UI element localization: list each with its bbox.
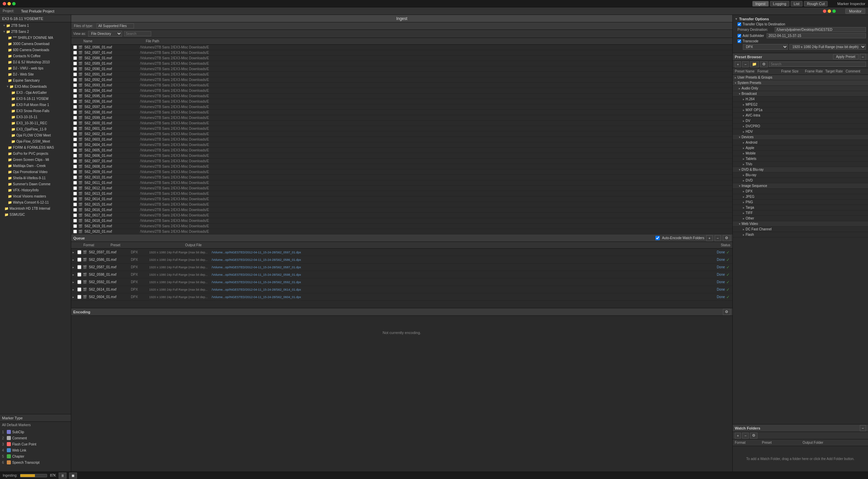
file-row[interactable]: 🎬S62_0618_01.mxf/Volumes/2TB Sans 2/EX3-…: [71, 218, 732, 224]
file-row[interactable]: 🎬S62_0606_01.mxf/Volumes/2TB Sans 2/EX3-…: [71, 153, 732, 159]
queue-settings-button[interactable]: ⚙: [723, 235, 730, 241]
tree-item[interactable]: 📁EX3 Full Moon Rise 1: [0, 102, 71, 108]
file-row[interactable]: 🎬S62_0612_01.mxf/Volumes/2TB Sans 2/EX3-…: [71, 186, 732, 191]
tree-item[interactable]: 📁EX3 6-18-11 YOSEM: [0, 96, 71, 102]
file-checkbox[interactable]: [73, 100, 77, 103]
file-search-input[interactable]: [124, 31, 151, 36]
preset-tree-item[interactable]: ▸JPEG: [733, 194, 868, 200]
file-checkbox[interactable]: [73, 224, 77, 228]
file-row[interactable]: 🎬S62_0593_01.mxf/Volumes/2TB Sans 2/EX3-…: [71, 83, 732, 88]
file-row[interactable]: 🎬S62_0590_01.mxf/Volumes/2TB Sans 2/EX3-…: [71, 66, 732, 72]
file-checkbox[interactable]: [73, 170, 77, 174]
tree-item[interactable]: 📁DJ - VWU - web tips: [0, 65, 71, 71]
queue-row[interactable]: ▸ 🎬 S62_0586_01.mxf DPX 1920 x 1080 24p …: [71, 256, 732, 264]
preset-tree-item[interactable]: ▸DVCPRO: [733, 124, 868, 129]
file-checkbox[interactable]: [73, 83, 77, 87]
preset-remove-button[interactable]: −: [742, 61, 748, 67]
tree-item[interactable]: 📁Contacts N Coffee: [0, 53, 71, 59]
sub-close-button[interactable]: [823, 9, 826, 13]
preset-tree-item[interactable]: ▸DC Fast Channel: [733, 227, 868, 232]
tree-item[interactable]: 📁Mattilaja Dam - Creek: [0, 163, 71, 169]
tree-item[interactable]: 📁EX3 - Ojai Art/Galler: [0, 89, 71, 96]
tree-item[interactable]: 📁Equine Sanctuary: [0, 77, 71, 83]
tree-item[interactable]: 📁GoPro for PVC projects: [0, 150, 71, 157]
file-checkbox[interactable]: [73, 116, 77, 120]
file-checkbox[interactable]: [73, 45, 77, 49]
file-row[interactable]: 🎬S62_0611_01.mxf/Volumes/2TB Sans 2/EX3-…: [71, 180, 732, 186]
file-checkbox[interactable]: [73, 175, 77, 179]
preset-tree-item[interactable]: ▸MPEG2: [733, 102, 868, 107]
tree-item[interactable]: 📁EX3_OjaiFlow_11-9: [0, 126, 71, 132]
file-checkbox[interactable]: [73, 127, 77, 130]
preset-tree[interactable]: ▸User Presets & Groups▾System Presets▸Au…: [733, 75, 868, 424]
preset-tree-item[interactable]: ▾Web Video: [733, 221, 868, 227]
file-row[interactable]: 🎬S62_0591_01.mxf/Volumes/2TB Sans 2/EX3-…: [71, 72, 732, 77]
tree-item[interactable]: 📁3000 Camera Download: [0, 41, 71, 47]
monitor-button[interactable]: Monitor: [845, 8, 865, 14]
tree-item[interactable]: 📁Ojai Promotional Video: [0, 169, 71, 175]
tree-item[interactable]: 📁Summer's Dawn Comme: [0, 181, 71, 187]
tree-item[interactable]: 📁Ojai FLOW COW Meet: [0, 132, 71, 138]
tree-item[interactable]: 📁EX3 Snow-Rose-Falls: [0, 108, 71, 114]
queue-remove-button[interactable]: −: [715, 235, 721, 241]
preset-tree-item[interactable]: ▸DVD: [733, 178, 868, 183]
queue-row[interactable]: ▸ 🎬 S62_0614_01.mxf DPX 1920 x 1080 24p …: [71, 286, 732, 293]
file-row[interactable]: 🎬S62_0595_01.mxf/Volumes/2TB Sans 2/EX3-…: [71, 93, 732, 99]
preset-tree-item[interactable]: ▸DPX: [733, 189, 868, 194]
preset-tree-item[interactable]: ▸AVC-Intra: [733, 113, 868, 118]
file-row[interactable]: 🎬S62_0604_01.mxf/Volumes/2TB Sans 2/EX3-…: [71, 142, 732, 148]
queue-row[interactable]: ▸ 🎬 S62_0592_01.mxf DPX 1920 x 1080 24p …: [71, 278, 732, 286]
queue-add-button[interactable]: +: [706, 235, 712, 241]
file-checkbox[interactable]: [73, 94, 77, 98]
close-window-button[interactable]: [3, 2, 6, 5]
preset-tree-item[interactable]: ▾DVD & Blu-ray: [733, 167, 868, 172]
auto-encode-checkbox[interactable]: [655, 236, 660, 240]
queue-checkbox[interactable]: [77, 257, 81, 262]
transcode-format-select[interactable]: DPX: [743, 44, 788, 50]
tree-item[interactable]: ▾📁EX3-Misc Downloads: [0, 83, 71, 89]
watch-settings-button[interactable]: ⚙: [750, 433, 757, 439]
file-checkbox[interactable]: [73, 105, 77, 109]
file-checkbox[interactable]: [73, 89, 77, 92]
apply-preset-button[interactable]: Apply Preset: [833, 54, 859, 59]
preset-tree-item[interactable]: ▸Tablets: [733, 156, 868, 162]
file-checkbox[interactable]: [73, 154, 77, 158]
file-tree[interactable]: ▾📁2TB Sans 1▾📁2TB Sans 2📁*** SHIRLEY DOW…: [0, 22, 71, 414]
file-row[interactable]: 🎬S62_0616_01.mxf/Volumes/2TB Sans 2/EX3-…: [71, 207, 732, 213]
watch-remove-button[interactable]: −: [742, 433, 748, 439]
file-checkbox[interactable]: [73, 148, 77, 152]
file-checkbox[interactable]: [73, 159, 77, 163]
file-row[interactable]: 🎬S62_0588_01.mxf/Volumes/2TB Sans 2/EX3-…: [71, 56, 732, 61]
sub-maximize-button[interactable]: [832, 9, 836, 13]
queue-list[interactable]: ▸ 🎬 S62_0597_01.mxf DPX 1920 x 1080 24p …: [71, 249, 732, 308]
preset-search-input[interactable]: [769, 62, 866, 67]
preset-tree-item[interactable]: ▸Other: [733, 216, 868, 221]
file-row[interactable]: 🎬S62_0613_01.mxf/Volumes/2TB Sans 2/EX3-…: [71, 191, 732, 196]
file-checkbox[interactable]: [73, 110, 77, 114]
pause-button[interactable]: ⏸: [59, 473, 66, 479]
preset-tree-item[interactable]: ▸Audio Only: [733, 86, 868, 91]
preset-settings-button[interactable]: ⚙: [760, 61, 768, 67]
preset-tree-item[interactable]: ▾Image Sequence: [733, 183, 868, 189]
rough-cut-mode-button[interactable]: Rough Cut: [804, 1, 828, 6]
preset-add-button[interactable]: +: [735, 61, 741, 67]
preset-tree-item[interactable]: ▸TiVo: [733, 162, 868, 167]
file-checkbox[interactable]: [73, 138, 77, 141]
tree-item[interactable]: 📁600 Camera Downloads: [0, 47, 71, 53]
tree-item[interactable]: 📁SSMUSIC: [0, 211, 71, 217]
file-checkbox[interactable]: [73, 213, 77, 217]
tree-item[interactable]: 📁Macintosh HD 1TB Internal: [0, 205, 71, 211]
tree-item[interactable]: 📁Sheila-lil-Vitellos-9-11: [0, 175, 71, 181]
file-checkbox[interactable]: [73, 62, 77, 65]
preset-tree-item[interactable]: ▸Targa: [733, 205, 868, 210]
file-checkbox[interactable]: [73, 121, 77, 125]
tree-item[interactable]: 📁Vocal Visions masters: [0, 193, 71, 199]
preset-tree-item[interactable]: ▸Mobile: [733, 151, 868, 156]
queue-checkbox[interactable]: [77, 287, 81, 292]
preset-collapse-button[interactable]: −: [860, 54, 866, 60]
file-row[interactable]: 🎬S62_0597_01.mxf/Volumes/2TB Sans 2/EX3-…: [71, 104, 732, 110]
file-row[interactable]: 🎬S62_0608_01.mxf/Volumes/2TB Sans 2/EX3-…: [71, 164, 732, 169]
file-row[interactable]: 🎬S62_0615_01.mxf/Volumes/2TB Sans 2/EX3-…: [71, 202, 732, 207]
transfer-clips-checkbox[interactable]: [737, 22, 741, 26]
tree-item[interactable]: 📁*** SHIRLEY DOWNIE MA: [0, 35, 71, 41]
